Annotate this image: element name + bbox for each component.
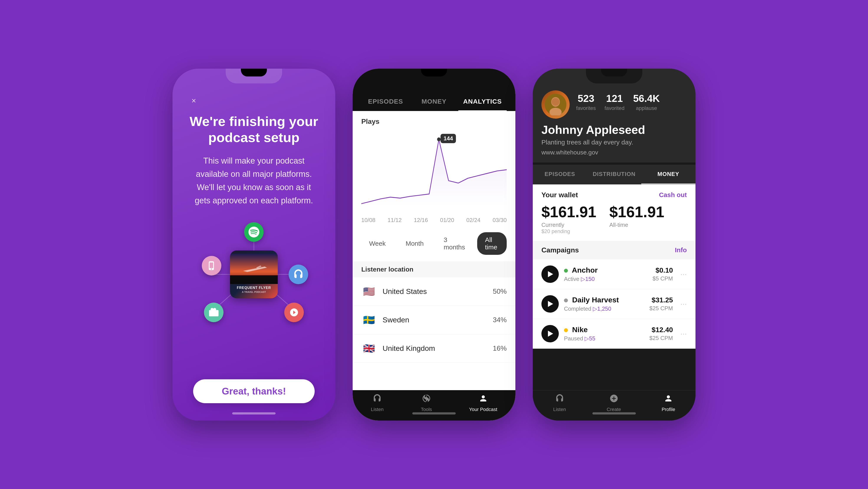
phone-notch	[226, 69, 282, 83]
filter-alltime[interactable]: All time	[477, 232, 507, 255]
campaign-nike-name: Nike	[564, 325, 644, 334]
cta-button[interactable]: Great, thanks!	[193, 379, 315, 403]
notch3-inner	[601, 69, 627, 77]
notch-inner	[241, 69, 267, 77]
filter-week[interactable]: Week	[361, 236, 394, 251]
location-pct-se: 34%	[493, 316, 507, 324]
bottom-nav-2: Listen Tools Your Podcast	[352, 390, 516, 421]
campaign-anchor-amount: $0.10 $5 CPM	[653, 266, 673, 282]
play-triangle-nike	[548, 330, 553, 337]
profile-bottom-nav: Listen Create Profile	[533, 390, 695, 421]
your-podcast-icon	[477, 392, 490, 405]
profile-nav-profile[interactable]: Profile	[662, 392, 675, 412]
date-4: 01/20	[440, 217, 454, 224]
tab-money[interactable]: MONEY	[410, 92, 458, 111]
profile-tab-money[interactable]: MONEY	[641, 165, 695, 184]
home-bar-3	[592, 412, 636, 414]
stat-favorited-value: 121	[606, 92, 623, 104]
location-pct-gb: 16%	[493, 344, 507, 352]
filter-month[interactable]: Month	[398, 236, 431, 251]
play-triangle-daily-harvest	[548, 301, 553, 307]
home-bar-2	[412, 412, 456, 414]
nav-your-podcast[interactable]: Your Podcast	[469, 392, 497, 412]
chart-area: 144	[352, 128, 516, 214]
tools-icon	[420, 392, 433, 405]
nike-plays: ▷55	[585, 335, 595, 342]
profile-url[interactable]: www.whitehouse.gov	[541, 149, 687, 156]
phone2-notch	[406, 69, 462, 83]
stat-applause-label: applause	[636, 105, 657, 111]
profile-nav-listen[interactable]: Listen	[553, 392, 566, 412]
nav-tools[interactable]: Tools	[420, 392, 433, 412]
podcast-title: FREQUENT FLYER A TRAVEL PODCAST	[235, 284, 273, 295]
nike-more-button[interactable]: ···	[678, 329, 687, 338]
nav-listen[interactable]: Listen	[371, 392, 384, 412]
box-platform-icon	[204, 303, 223, 322]
profile-tab-distribution[interactable]: DISTRIBUTION	[587, 165, 641, 184]
play-nike-button[interactable]	[541, 325, 559, 342]
setup-title: We're finishing your podcast setup	[188, 113, 320, 146]
campaigns-section: Campaigns Info Anchor Active ▷150 $0.10 …	[533, 241, 695, 349]
campaign-nike: Nike Paused ▷55 $12.40 $25 CPM ···	[533, 319, 695, 349]
phone-setup: × We're finishing your podcast setup Thi…	[173, 69, 335, 421]
profile-nav-create[interactable]: Create	[607, 392, 621, 412]
campaign-nike-info: Nike Paused ▷55	[564, 325, 644, 342]
profile-tab-episodes[interactable]: EPISODES	[533, 165, 587, 184]
profile-bio: Planting trees all day every day.	[541, 139, 687, 146]
campaign-daily-harvest-info: Daily Harvest Completed ▷1,250	[564, 296, 644, 312]
cover-image	[230, 254, 278, 284]
close-button[interactable]: ×	[188, 95, 200, 107]
stat-applause-value: 56.4K	[633, 92, 660, 104]
cashout-button[interactable]: Cash out	[659, 191, 687, 199]
chart-tooltip: 144	[440, 134, 456, 143]
stat-applause: 56.4K applause	[633, 92, 660, 111]
nike-status-dot	[564, 328, 568, 332]
current-amount-block: $161.91 Currently $20 pending	[541, 203, 596, 234]
phone-analytics: EPISODES MONEY ANALYTICS Plays 144	[352, 69, 516, 421]
campaigns-info-button[interactable]: Info	[675, 246, 687, 254]
wallet-header: Your wallet Cash out	[541, 191, 687, 199]
chart-dates: 10/08 11/12 12/16 01/20 02/24 03/30	[352, 214, 516, 226]
daily-harvest-more-button[interactable]: ···	[678, 299, 687, 309]
wallet-section: Your wallet Cash out $161.91 Currently $…	[533, 184, 695, 241]
stat-favorites-label: favorites	[576, 105, 596, 111]
location-pct-us: 50%	[493, 287, 507, 295]
podcast-cover: FREQUENT FLYER A TRAVEL PODCAST	[230, 251, 278, 298]
play-anchor-button[interactable]	[541, 265, 559, 283]
svg-point-13	[552, 98, 559, 106]
campaign-daily-harvest: Daily Harvest Completed ▷1,250 $31.25 $2…	[533, 289, 695, 319]
anchor-more-button[interactable]: ···	[678, 269, 687, 279]
avatar	[541, 90, 569, 119]
filter-3months[interactable]: 3 months	[436, 232, 473, 255]
anchor-plays: ▷150	[581, 276, 595, 282]
profile-name: Johnny Appleseed	[541, 123, 687, 137]
setup-content: × We're finishing your podcast setup Thi…	[173, 69, 335, 421]
analytics-tabs: EPISODES MONEY ANALYTICS	[352, 92, 516, 111]
tab-analytics[interactable]: ANALYTICS	[458, 92, 507, 111]
avatar-image	[545, 94, 566, 115]
stat-favorited-label: favorited	[604, 105, 624, 111]
profile-create-icon	[608, 392, 620, 405]
play-daily-harvest-button[interactable]	[541, 295, 559, 313]
wallet-title: Your wallet	[541, 191, 578, 199]
stat-favorited: 121 favorited	[604, 92, 624, 111]
campaign-daily-harvest-name: Daily Harvest	[564, 296, 644, 304]
current-amount-value: $161.91	[541, 203, 596, 221]
nav-listen-label: Listen	[371, 407, 384, 412]
location-gb: 🇬🇧 United Kingdom 16%	[352, 334, 516, 363]
date-3: 12/16	[414, 217, 428, 224]
stat-favorites: 523 favorites	[576, 92, 596, 111]
daily-harvest-plays: ▷1,250	[593, 306, 611, 312]
profile-listen-icon	[553, 392, 566, 405]
campaign-anchor-status: Active ▷150	[564, 276, 647, 282]
campaigns-header: Campaigns Info	[533, 241, 695, 259]
profile-top: 523 favorites 121 favorited 56.4K applau…	[541, 90, 687, 119]
platforms-area: FREQUENT FLYER A TRAVEL PODCAST	[199, 220, 308, 329]
campaign-daily-harvest-status: Completed ▷1,250	[564, 306, 644, 312]
profile-tabs: EPISODES DISTRIBUTION MONEY	[533, 165, 695, 184]
tab-episodes[interactable]: EPISODES	[361, 92, 410, 111]
anchor-status-dot	[564, 269, 568, 272]
spotify-icon	[244, 222, 264, 242]
phone3-notch	[586, 69, 642, 83]
nav-tools-label: Tools	[421, 407, 432, 412]
